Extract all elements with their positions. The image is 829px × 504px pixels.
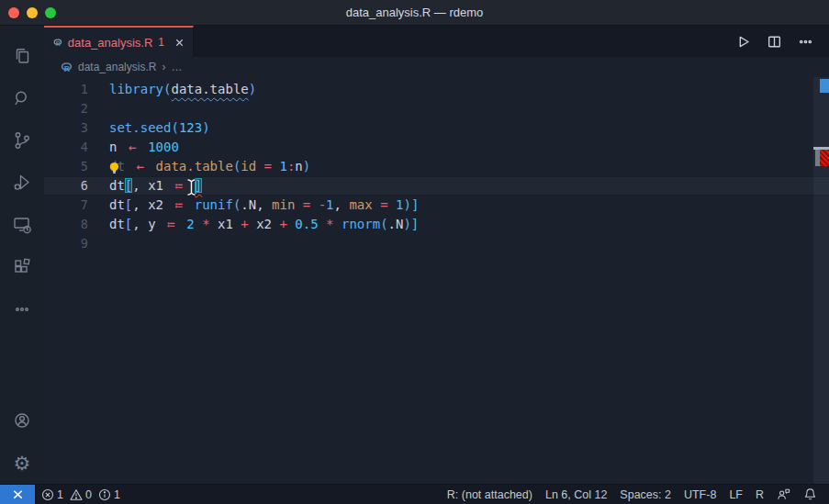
line-number[interactable]: 1 <box>44 80 88 99</box>
code-line[interactable]: 7dt[, x2 ≔ runif(.N, min = -1, max = 1)] <box>44 196 829 215</box>
code-line[interactable]: 2 <box>44 99 829 118</box>
run-debug-icon[interactable] <box>0 162 44 204</box>
code-token <box>295 197 302 212</box>
code-text: dt[, x1 ≔ ] <box>88 176 202 196</box>
code-token <box>334 217 342 231</box>
code-token: , y <box>132 217 163 231</box>
code-token <box>319 217 326 231</box>
line-number[interactable]: 4 <box>44 138 88 157</box>
line-number[interactable]: 7 <box>44 196 88 215</box>
code-token: id <box>241 159 256 174</box>
code-text <box>88 99 109 118</box>
minimize-window-button[interactable] <box>27 7 38 18</box>
code-line[interactable]: 3set.seed(123) <box>44 118 829 138</box>
close-icon[interactable] <box>174 37 185 49</box>
code-token: ] <box>411 197 419 212</box>
encoding-status[interactable]: UTF-8 <box>678 488 723 501</box>
code-token: ≔ <box>171 196 186 215</box>
code-line[interactable]: 4n ← 1000 <box>44 138 829 157</box>
cursor-position-status[interactable]: Ln 6, Col 12 <box>539 488 613 501</box>
feedback-icon[interactable] <box>770 487 797 501</box>
lightbulb-icon[interactable] <box>106 161 122 176</box>
split-editor-button[interactable] <box>763 30 785 52</box>
overview-info-marker <box>820 79 829 93</box>
r-language-icon: R <box>53 36 62 50</box>
code-token: * <box>202 217 209 231</box>
run-button[interactable] <box>732 30 754 52</box>
r-session-status[interactable]: R: (not attached) <box>441 488 539 501</box>
source-control-icon[interactable] <box>0 119 44 162</box>
code-token: = <box>303 197 310 212</box>
traffic-lights <box>8 7 56 18</box>
eol-status[interactable]: LF <box>723 488 749 501</box>
code-token: ← <box>125 138 140 157</box>
code-token: , x1 <box>132 178 171 193</box>
line-number[interactable]: 5 <box>44 157 88 176</box>
language-mode-status[interactable]: R <box>749 488 770 501</box>
tab-data-analysis[interactable]: R data_analysis.R 1 <box>44 26 194 57</box>
line-number[interactable]: 8 <box>44 215 88 234</box>
code-editor[interactable]: 1library(data.table)23set.seed(123)4n ← … <box>44 77 829 484</box>
code-token: rnorm <box>342 217 380 231</box>
code-token: 1000 <box>148 140 179 154</box>
code-token: ≔ <box>163 215 179 234</box>
code-token: = <box>264 159 272 174</box>
code-token: runif <box>195 197 233 212</box>
status-bar: 1 0 1 R: (not attached) Ln 6, Col 12 Spa… <box>0 484 829 504</box>
code-line[interactable]: 5dt ← data.table(id = 1:n) <box>44 157 829 176</box>
code-token: n <box>109 140 125 154</box>
code-token: ( <box>171 120 178 135</box>
code-token: + <box>241 217 248 231</box>
code-token: 0.5 <box>295 217 318 231</box>
code-token: library <box>109 82 163 96</box>
code-token: x2 <box>249 217 280 231</box>
info-count: 1 <box>114 488 120 501</box>
window-title: data_analysis.R — rdemo <box>0 6 829 19</box>
extensions-icon[interactable] <box>0 246 44 288</box>
code-text: set.seed(123) <box>88 118 210 138</box>
line-number[interactable]: 2 <box>44 99 88 118</box>
code-token: .N, <box>241 197 272 212</box>
remote-explorer-icon[interactable] <box>0 204 44 246</box>
info-icon <box>98 488 111 501</box>
more-actions-button[interactable] <box>794 30 816 52</box>
code-token: dt <box>109 197 125 212</box>
explorer-icon[interactable] <box>0 35 44 77</box>
code-token: ≔ <box>171 176 186 196</box>
line-number[interactable]: 3 <box>44 118 88 138</box>
account-icon[interactable] <box>0 399 44 442</box>
tab-problem-badge: 1 <box>158 36 164 49</box>
tab-bar: R data_analysis.R 1 <box>44 26 829 57</box>
code-token: 1 <box>279 159 286 174</box>
breadcrumb-symbol[interactable]: … <box>171 61 182 73</box>
warning-count: 0 <box>85 488 92 501</box>
code-token: ← <box>132 157 148 176</box>
code-token: max <box>349 197 372 212</box>
breadcrumb-file[interactable]: data_analysis.R <box>78 61 156 73</box>
line-number[interactable]: 6 <box>44 176 88 196</box>
indentation-status[interactable]: Spaces: 2 <box>613 488 678 501</box>
code-token: 1 <box>326 197 333 212</box>
code-token: ) <box>303 159 310 174</box>
close-window-button[interactable] <box>8 7 19 18</box>
editor-actions <box>732 26 829 57</box>
zoom-window-button[interactable] <box>45 7 56 18</box>
bell-icon[interactable] <box>797 487 823 501</box>
problems-status[interactable]: 1 0 1 <box>35 485 127 504</box>
code-line[interactable]: 8dt[, y ≔ 2 * x1 + x2 + 0.5 * rnorm(.N)] <box>44 215 829 234</box>
scrollbar-track[interactable] <box>813 77 829 484</box>
activity-bar: ⚙ <box>0 26 44 484</box>
code-line[interactable]: 1library(data.table) <box>44 80 829 99</box>
more-icon[interactable] <box>0 288 44 330</box>
settings-gear-icon[interactable]: ⚙ <box>0 442 44 484</box>
line-number[interactable]: 9 <box>44 234 88 253</box>
code-line[interactable]: 6dt[, x1 ≔ ] <box>44 176 829 196</box>
code-token <box>186 197 194 212</box>
code-token: x1 <box>210 217 241 231</box>
code-token: dt <box>109 178 125 193</box>
warning-icon <box>70 488 83 501</box>
remote-indicator-icon[interactable] <box>0 485 35 504</box>
code-token <box>125 159 132 174</box>
code-line[interactable]: 9 <box>44 234 829 253</box>
search-icon[interactable] <box>0 77 44 119</box>
